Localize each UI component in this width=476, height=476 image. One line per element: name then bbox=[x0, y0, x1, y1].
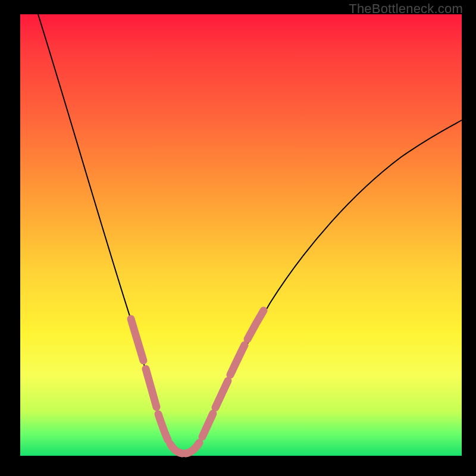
plot-area bbox=[20, 14, 462, 456]
highlight-left-3 bbox=[158, 414, 168, 440]
highlight-floor-2 bbox=[186, 443, 199, 453]
curve-svg bbox=[20, 14, 462, 456]
highlight-right-3 bbox=[230, 345, 245, 375]
highlight-group bbox=[131, 311, 264, 453]
highlight-right-2 bbox=[215, 381, 228, 408]
highlight-floor-1 bbox=[170, 444, 182, 453]
highlight-left-2 bbox=[146, 369, 156, 407]
highlight-left-1 bbox=[131, 319, 143, 361]
highlight-right-4 bbox=[248, 311, 264, 339]
bottleneck-curve bbox=[38, 14, 462, 453]
chart-frame: TheBottleneck.com bbox=[0, 0, 476, 476]
highlight-right-1 bbox=[202, 414, 213, 437]
watermark-text: TheBottleneck.com bbox=[349, 1, 463, 17]
